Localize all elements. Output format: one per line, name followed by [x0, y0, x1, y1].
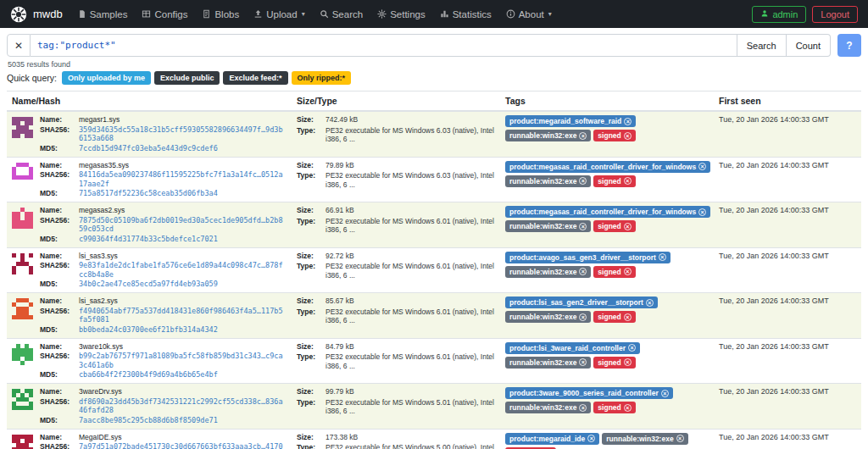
- nav-item-configs[interactable]: Configs: [142, 9, 187, 19]
- remove-tag-icon[interactable]: ×: [698, 163, 706, 170]
- mwdb-brand[interactable]: mwdb: [10, 6, 63, 23]
- tag-runnable-win32-exe[interactable]: runnable:win32:exe×: [505, 402, 591, 413]
- remove-tag-icon[interactable]: ×: [579, 132, 587, 140]
- tag-product-megasas-raid-controller-driver-for-windows[interactable]: product:megasas_raid_controller_driver_f…: [505, 206, 710, 218]
- tag-runnable-win32-exe[interactable]: runnable:win32:exe×: [505, 220, 591, 232]
- quick-query-exclude-public[interactable]: Exclude public: [154, 71, 220, 85]
- remove-tag-icon[interactable]: ×: [587, 435, 595, 442]
- sample-type: PE32 executable for MS Windows 6.03 (nat…: [326, 126, 495, 144]
- nav-item-search[interactable]: Search: [320, 9, 363, 19]
- tag-runnable-win32-exe[interactable]: runnable:win32:exe×: [505, 266, 591, 278]
- help-button[interactable]: ?: [837, 34, 861, 57]
- clear-query-button[interactable]: ✕: [7, 34, 31, 57]
- nav-item-settings[interactable]: Settings: [377, 9, 426, 19]
- md5-link[interactable]: 7ccdb15d947fc03eba5e443d9c9cdef6: [79, 144, 287, 153]
- tag-signed[interactable]: signed×: [593, 266, 635, 278]
- count-button[interactable]: Count: [787, 34, 831, 57]
- md5-link[interactable]: c990364f4d31774b33c5bdefce1c7021: [79, 235, 287, 244]
- nav-item-upload[interactable]: Upload▾: [253, 9, 304, 19]
- tag-runnable-win32-exe[interactable]: runnable:win32:exe×: [505, 175, 591, 187]
- sample-row: Name:lsi_sas3.sysSHA256:9e83fa1de2dc1fab…: [7, 247, 861, 293]
- sha256-link[interactable]: f4940654abf775a537dd418431e860f986463f4a…: [79, 307, 287, 324]
- remove-tag-icon[interactable]: ×: [624, 268, 632, 275]
- size-label: Size:: [297, 387, 320, 396]
- tag-label: runnable:win32:exe: [509, 313, 576, 321]
- sha256-link[interactable]: 7a97d51a072bade451730c30d667663bf633aaa3…: [79, 442, 287, 449]
- sha256-link[interactable]: 84116da5ea090237486f11595225bfc7f1a3a14f…: [79, 170, 287, 188]
- tag-runnable-win32-exe[interactable]: runnable:win32:exe×: [505, 357, 591, 369]
- logout-button[interactable]: Logout: [812, 6, 858, 23]
- sample-name-link[interactable]: megasr1.sys: [79, 115, 287, 125]
- tag-runnable-win32-exe[interactable]: runnable:win32:exe×: [505, 311, 591, 323]
- results-count: 5035 results found: [0, 57, 868, 69]
- md5-link[interactable]: 7aacc8be985c295cb88d6b8f8509de71: [79, 416, 287, 425]
- sample-name-link[interactable]: MegaIDE.sys: [79, 433, 287, 442]
- tag-product-megasas-raid-controller-driver-for-windows[interactable]: product:megasas_raid_controller_driver_f…: [505, 161, 710, 173]
- tag-signed[interactable]: signed×: [593, 130, 635, 141]
- md5-link[interactable]: 715a8517df52236c58ceab35d06fb3a4: [79, 189, 287, 198]
- tag-signed[interactable]: signed×: [593, 220, 635, 232]
- sample-name-link[interactable]: megasas2.sys: [79, 206, 287, 215]
- tag-product-3ware-9000-series-raid-controller[interactable]: product:3ware_9000_series_raid_controlle…: [505, 387, 673, 399]
- tag-product-lsi-sas-gen2-driver-storport[interactable]: product:lsi_sas_gen2_driver__storport×: [505, 297, 658, 308]
- remove-tag-icon[interactable]: ×: [624, 313, 632, 321]
- md5-link[interactable]: 34b0c2ae47ce85ecd5a97fd4eb93a059: [79, 280, 287, 289]
- remove-tag-icon[interactable]: ×: [579, 268, 587, 275]
- sha256-link[interactable]: 9e83fa1de2dc1fabe1fa576ce6e1d89a44c098c4…: [79, 261, 287, 279]
- remove-tag-icon[interactable]: ×: [646, 299, 654, 307]
- remove-tag-icon[interactable]: ×: [624, 404, 632, 412]
- tag-product-megaraid-software-raid[interactable]: product:megaraid_software_raid×: [505, 115, 636, 127]
- chevron-down-icon: ▾: [548, 10, 552, 18]
- nav-item-blobs[interactable]: Blobs: [202, 9, 239, 19]
- md5-link[interactable]: cba66b4f2f2300b4f9d69a4b6b65e4bf: [79, 370, 287, 380]
- remove-tag-icon[interactable]: ×: [628, 344, 636, 352]
- remove-tag-icon[interactable]: ×: [659, 253, 666, 261]
- remove-tag-icon[interactable]: ×: [579, 223, 587, 230]
- remove-tag-icon[interactable]: ×: [579, 404, 587, 412]
- nav-item-about[interactable]: About▾: [506, 9, 552, 19]
- remove-tag-icon[interactable]: ×: [624, 223, 632, 230]
- sha256-link[interactable]: 7875d50c05109ba6f2db0019ed30a5cec1de905d…: [79, 216, 287, 234]
- column-header-first-seen: First seen: [714, 91, 861, 112]
- remove-tag-icon[interactable]: ×: [579, 313, 587, 321]
- tag-product-lsi-3ware-raid-controller[interactable]: product:lsi_3ware_raid_controller×: [505, 342, 640, 354]
- type-label: Type:: [297, 398, 320, 416]
- tag-signed[interactable]: signed×: [593, 402, 635, 413]
- admin-user-button[interactable]: admin: [752, 6, 806, 23]
- sample-name-link[interactable]: 3wareDrv.sys: [79, 387, 287, 396]
- sha256-link[interactable]: b99c2ab76757f971a81089ba5fc58fb859bd31c3…: [79, 352, 287, 369]
- sha256-link[interactable]: df8690a23dd45b3df7342531221c2992cf55cd33…: [79, 397, 287, 415]
- quick-query-only-uploaded-by-me[interactable]: Only uploaded by me: [62, 71, 151, 85]
- sample-name-link[interactable]: 3ware10k.sys: [79, 342, 287, 352]
- quick-query-only-ripped[interactable]: Only ripped:*: [292, 71, 352, 85]
- sha256-label: SHA256:: [40, 261, 75, 279]
- sample-name-link[interactable]: lsi_sas2.sys: [79, 297, 287, 306]
- remove-tag-icon[interactable]: ×: [624, 358, 632, 366]
- remove-tag-icon[interactable]: ×: [698, 208, 706, 216]
- remove-tag-icon[interactable]: ×: [624, 118, 632, 125]
- remove-tag-icon[interactable]: ×: [624, 177, 632, 185]
- sample-name-link[interactable]: lsi_sas3.sys: [79, 252, 287, 261]
- tag-runnable-win32-exe[interactable]: runnable:win32:exe×: [602, 433, 687, 445]
- quick-query-exclude-feed[interactable]: Exclude feed:*: [223, 71, 287, 85]
- tag-runnable-win32-exe[interactable]: runnable:win32:exe×: [505, 130, 591, 141]
- search-button[interactable]: Search: [737, 34, 787, 57]
- remove-tag-icon[interactable]: ×: [579, 358, 587, 366]
- tag-signed[interactable]: signed×: [593, 311, 635, 323]
- sha256-link[interactable]: 359d34635dc55a18c31b5cff5930558289663449…: [79, 125, 287, 143]
- nav-item-samples[interactable]: Samples: [78, 9, 128, 19]
- tag-signed[interactable]: signed×: [593, 175, 635, 187]
- remove-tag-icon[interactable]: ×: [624, 132, 632, 140]
- sample-name-link[interactable]: megasas35.sys: [79, 161, 287, 170]
- nav-item-statistics[interactable]: Statistics: [440, 9, 492, 19]
- nav-item-label: Statistics: [453, 9, 492, 19]
- md5-link[interactable]: bb0beda24c03700ee6f21bfb314a4342: [79, 325, 287, 335]
- tag-signed[interactable]: signed×: [593, 357, 635, 369]
- sample-size: 66.91 kB: [326, 206, 495, 215]
- tag-product-avago-sas-gen3-driver-storport[interactable]: product:avago_sas_gen3_driver__storport×: [505, 252, 670, 263]
- remove-tag-icon[interactable]: ×: [579, 177, 587, 185]
- search-input[interactable]: [31, 34, 737, 57]
- remove-tag-icon[interactable]: ×: [676, 435, 684, 442]
- remove-tag-icon[interactable]: ×: [661, 390, 669, 397]
- tag-product-megaraid-ide[interactable]: product:megaraid_ide×: [505, 433, 599, 445]
